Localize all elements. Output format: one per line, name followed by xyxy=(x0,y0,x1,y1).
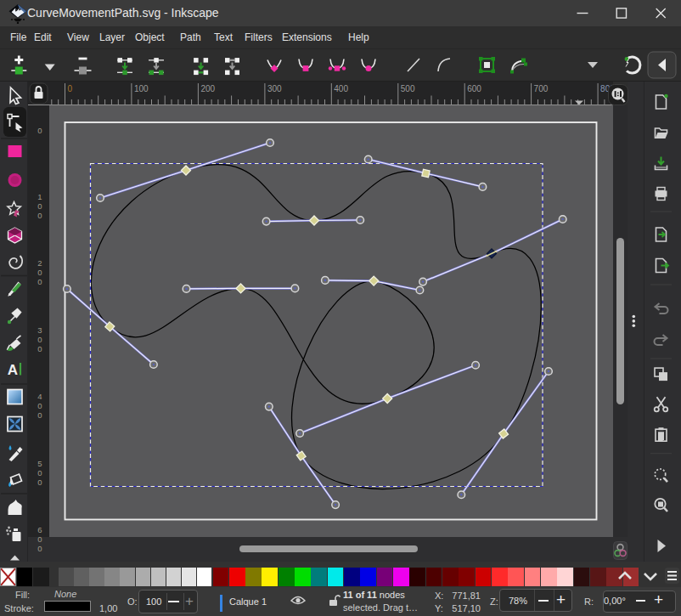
svg-text:300: 300 xyxy=(267,84,282,93)
svg-text:400: 400 xyxy=(334,84,348,93)
svg-text:A: A xyxy=(8,362,18,378)
svg-text:0: 0 xyxy=(68,84,73,93)
svg-text:700: 700 xyxy=(534,84,549,93)
svg-text:200: 200 xyxy=(200,84,215,93)
svg-text:500: 500 xyxy=(401,84,415,93)
svg-text:600: 600 xyxy=(467,84,481,93)
svg-text:100: 100 xyxy=(134,84,149,93)
